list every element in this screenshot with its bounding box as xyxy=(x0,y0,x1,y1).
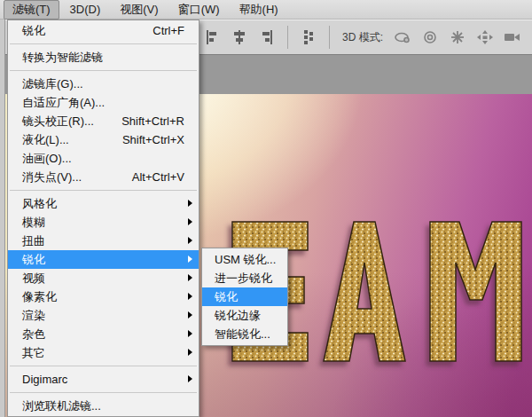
3d-slide-icon[interactable] xyxy=(475,28,495,47)
menu-item-pixelate[interactable]: 像素化 xyxy=(8,287,199,306)
menubar-item-window[interactable]: 窗口(W) xyxy=(169,0,229,20)
distribute-icon[interactable] xyxy=(299,28,318,47)
3d-pan-icon[interactable] xyxy=(448,28,467,47)
menu-separator xyxy=(10,43,197,44)
menu-item-liquify[interactable]: 液化(L)... Shift+Ctrl+X xyxy=(8,130,199,149)
menu-bar: 滤镜(T) 3D(D) 视图(V) 窗口(W) 帮助(H) xyxy=(0,0,532,20)
menubar-item-filter[interactable]: 滤镜(T) xyxy=(4,0,59,20)
3d-zoom-camera-icon[interactable] xyxy=(503,28,522,47)
3d-mode-label: 3D 模式: xyxy=(342,30,383,45)
menu-item-distort[interactable]: 扭曲 xyxy=(8,232,199,250)
submenu-item-usm-sharpen[interactable]: USM 锐化... xyxy=(202,250,287,269)
menu-item-blur[interactable]: 模糊 xyxy=(8,213,199,232)
toolbar-divider xyxy=(287,26,288,49)
menu-separator xyxy=(10,366,197,366)
menu-item-sharpen-last[interactable]: 锐化 Ctrl+F xyxy=(8,21,199,40)
menu-separator xyxy=(10,70,197,71)
submenu-arrow-icon xyxy=(188,218,192,225)
submenu-arrow-icon xyxy=(188,375,192,382)
submenu-arrow-icon xyxy=(188,349,192,356)
submenu-arrow-icon xyxy=(188,293,192,300)
menu-separator xyxy=(10,190,197,191)
menu-item-browse-filters-online[interactable]: 浏览联机滤镜... xyxy=(8,397,199,415)
submenu-item-sharpen[interactable]: 锐化 xyxy=(202,287,287,306)
submenu-arrow-icon xyxy=(188,200,192,207)
align-left-icon[interactable] xyxy=(202,28,222,47)
submenu-item-smart-sharpen[interactable]: 智能锐化... xyxy=(202,325,287,343)
menu-item-other[interactable]: 其它 xyxy=(8,343,199,362)
3d-rotate-icon[interactable] xyxy=(393,28,412,47)
menu-item-noise[interactable]: 杂色 xyxy=(8,325,199,343)
menu-item-vanishing-point[interactable]: 消失点(V)... Alt+Ctrl+V xyxy=(8,168,199,186)
menubar-item-3d[interactable]: 3D(D) xyxy=(61,1,110,18)
menu-item-sharpen[interactable]: 锐化 xyxy=(8,250,199,269)
menu-item-convert-smart-filter[interactable]: 转换为智能滤镜 xyxy=(8,48,199,67)
submenu-item-sharpen-more[interactable]: 进一步锐化 xyxy=(202,269,287,287)
menu-item-video[interactable]: 视频 xyxy=(8,269,199,287)
submenu-item-sharpen-edges[interactable]: 锐化边缘 xyxy=(202,306,287,325)
menu-item-digimarc[interactable]: Digimarc xyxy=(8,370,199,389)
menu-item-oil-paint[interactable]: 油画(O)... xyxy=(8,149,199,168)
filter-menu-dropdown: 锐化 Ctrl+F 转换为智能滤镜 滤镜库(G)... 自适应广角(A)... … xyxy=(7,20,200,417)
submenu-arrow-icon xyxy=(188,237,192,244)
toolbar-divider xyxy=(329,26,330,49)
submenu-arrow-icon xyxy=(188,256,192,263)
menu-item-stylize[interactable]: 风格化 xyxy=(8,194,199,213)
menu-item-render[interactable]: 渲染 xyxy=(8,306,199,325)
letter-M xyxy=(430,222,521,361)
panel-edge-strip xyxy=(0,20,5,417)
menu-separator xyxy=(10,392,197,393)
submenu-arrow-icon xyxy=(188,311,192,319)
align-right-icon[interactable] xyxy=(257,28,277,47)
letter-A xyxy=(324,222,405,361)
menu-item-filter-gallery[interactable]: 滤镜库(G)... xyxy=(8,75,199,93)
align-center-icon[interactable] xyxy=(230,28,249,47)
submenu-arrow-icon xyxy=(188,330,192,337)
submenu-arrow-icon xyxy=(188,274,192,281)
menu-item-lens-correction[interactable]: 镜头校正(R)... Shift+Ctrl+R xyxy=(8,112,199,130)
menu-item-adaptive-wide-angle[interactable]: 自适应广角(A)... xyxy=(8,93,199,112)
menubar-item-help[interactable]: 帮助(H) xyxy=(231,0,287,20)
menubar-item-view[interactable]: 视图(V) xyxy=(111,0,167,20)
sharpen-submenu: USM 锐化... 进一步锐化 锐化 锐化边缘 智能锐化... xyxy=(201,248,288,346)
3d-roll-icon[interactable] xyxy=(420,28,440,47)
